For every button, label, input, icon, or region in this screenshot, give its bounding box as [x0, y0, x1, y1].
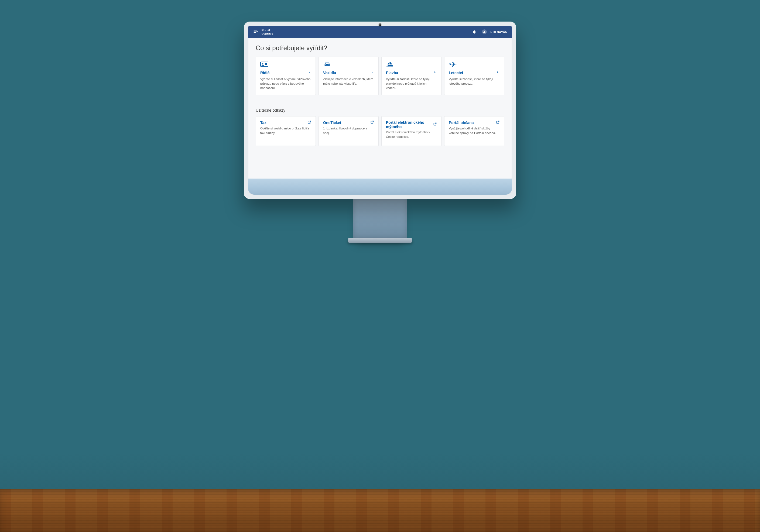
monitor-bezel: Portál dopravy PETR NOVÁK Co si potřebuj…	[244, 22, 516, 199]
user-menu[interactable]: PETR NOVÁK	[482, 29, 507, 34]
car-icon	[323, 61, 374, 68]
service-card-ridic[interactable]: Řidič Vyřiďte si žádost o vydání řidičsk…	[256, 57, 316, 95]
card-description: Vyřiďte si žádosti, které se týkají plav…	[386, 77, 437, 90]
monitor-foot	[348, 238, 412, 243]
monitor-frame: Portál dopravy PETR NOVÁK Co si potřebuj…	[244, 22, 516, 243]
chevron-right-icon	[308, 70, 311, 75]
link-card-mytne[interactable]: Portál elektronického mýtného Portál ele…	[381, 116, 442, 146]
card-description: Vyřiďte si žádost o vydání řidičského pr…	[260, 77, 311, 90]
link-title: Taxi	[260, 120, 267, 125]
screen: Portál dopravy PETR NOVÁK Co si potřebuj…	[248, 26, 512, 180]
external-link-icon	[308, 120, 311, 125]
link-description: Využijte pohodlně další služby veřejné s…	[449, 126, 500, 135]
notifications-button[interactable]	[471, 28, 478, 35]
sailboat-icon	[386, 61, 437, 68]
link-card-taxi[interactable]: Taxi Ověřte si vozidlo nebo průkaz řidič…	[256, 116, 316, 146]
link-title: Portál elektronického mýtného	[386, 120, 433, 129]
external-link-icon	[496, 120, 500, 125]
avatar	[482, 29, 487, 34]
desk-surface	[0, 489, 760, 532]
service-card-plavba[interactable]: Plavba Vyřiďte si žádosti, které se týka…	[381, 57, 442, 95]
webcam	[379, 23, 381, 26]
card-title: Plavba	[386, 71, 398, 75]
airplane-icon	[449, 61, 500, 68]
logo-line-2: dopravy	[261, 32, 273, 35]
external-link-icon	[370, 120, 374, 125]
monitor-chin	[248, 179, 512, 195]
monitor-neck	[353, 199, 407, 239]
logo-text: Portál dopravy	[261, 28, 273, 35]
svg-point-1	[262, 64, 263, 65]
chevron-right-icon	[496, 70, 500, 75]
useful-links-grid: Taxi Ověřte si vozidlo nebo průkaz řidič…	[256, 116, 504, 146]
main-content: Co si potřebujete vyřídit? Řidič	[248, 38, 512, 180]
card-title: Letectví	[449, 71, 463, 75]
page-title: Co si potřebujete vyřídit?	[256, 44, 504, 52]
service-card-vozidla[interactable]: Vozidla Získejte informace o vozidlech, …	[318, 57, 379, 95]
link-title: OneTicket	[323, 120, 341, 125]
card-title: Vozidla	[323, 71, 336, 75]
card-description: Získejte informace o vozidlech, které má…	[323, 77, 374, 86]
useful-links-title: Užitečné odkazy	[256, 108, 504, 112]
user-name: PETR NOVÁK	[489, 30, 507, 33]
link-description: 1 jízdenka, libovolný dopravce a spoj.	[323, 126, 374, 135]
chevron-right-icon	[370, 70, 374, 75]
app-header: Portál dopravy PETR NOVÁK	[248, 26, 512, 38]
bell-icon	[472, 30, 477, 34]
id-card-icon	[260, 61, 311, 68]
external-link-icon	[433, 122, 437, 127]
person-icon	[483, 30, 486, 33]
link-description: Ověřte si vozidlo nebo průkaz řidiče tax…	[260, 126, 311, 135]
link-card-portal-obcana[interactable]: Portál občana Využijte pohodlně další sl…	[444, 116, 504, 146]
chevron-right-icon	[433, 70, 437, 75]
card-title: Řidič	[260, 71, 269, 75]
link-title: Portál občana	[449, 120, 474, 125]
link-description: Portál elektronického mýtného v České re…	[386, 130, 437, 139]
service-card-letectvi[interactable]: Letectví Vyřiďte si žádosti, které se tý…	[444, 57, 504, 95]
service-card-grid: Řidič Vyřiďte si žádost o vydání řidičsk…	[256, 57, 504, 95]
logo-line-1: Portál	[261, 28, 273, 32]
card-description: Vyřiďte si žádosti, které se týkají leto…	[449, 77, 500, 86]
logo-icon	[253, 29, 259, 35]
link-card-oneticket[interactable]: OneTicket 1 jízdenka, libovolný dopravce…	[318, 116, 379, 146]
